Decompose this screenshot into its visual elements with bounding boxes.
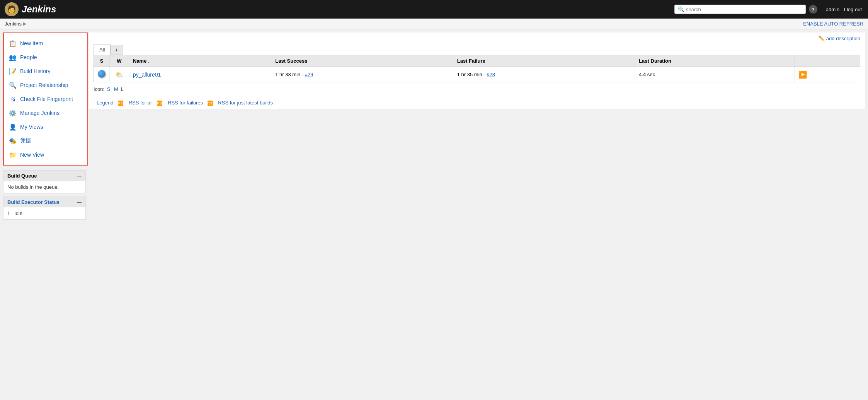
icon-size-s[interactable]: S [107,86,111,92]
help-icon[interactable]: ? [809,5,817,14]
search-area: 🔍 ? admin I log out [674,5,863,14]
rss-all-link[interactable]: RSS for all [129,100,153,106]
build-queue-content: No builds in the queue. [3,181,85,193]
new-item-icon: 📋 [9,39,17,48]
col-header-last-duration: Last Duration [635,55,795,67]
search-box: 🔍 [674,5,806,14]
sidebar-item-check-file-fingerprint[interactable]: 🖨Check File Fingerprint [4,92,87,106]
sidebar-item-manage-jenkins[interactable]: ⚙️Manage Jenkins [4,106,87,120]
col-header-s: S [94,55,110,67]
user-profile-link[interactable]: admin [826,7,839,12]
sidebar-label-my-views: My Views [20,124,43,130]
sidebar-item-new-view[interactable]: 📁New View [4,148,87,162]
row-status [94,67,110,82]
sidebar-label-new-view: New View [20,152,44,158]
my-views-icon: 👤 [9,123,17,131]
breadcrumb-arrow: ▶ [23,21,26,26]
rss-all-icon: RSS [118,101,123,106]
col-header-last-success: Last Success [271,55,453,67]
row-name: py_allure01 [129,67,271,82]
rss-latest-link[interactable]: RSS for just latest builds [218,100,273,106]
legend-link[interactable]: Legend [97,100,113,106]
check-file-fingerprint-icon: 🖨 [9,95,17,103]
status-ball-blue [98,70,106,78]
build-queue-panel: Build Queue — No builds in the queue. [3,170,86,193]
sidebar-item-project-relationship[interactable]: 🔍Project Relationship [4,78,87,92]
last-success-build-link[interactable]: #29 [305,72,313,77]
sidebar-label-people: People [20,54,37,60]
breadcrumb-jenkins[interactable]: Jenkins [5,21,22,27]
sidebar-item-credentials[interactable]: 🎭凭据 [4,134,87,148]
sidebar: 📋New Item👥People📝Build History🔍Project R… [3,32,88,166]
row-last-success: 1 hr 33 min - #29 [271,67,453,82]
breadcrumb-left: Jenkins ▶ [5,21,26,27]
build-executor-content: 1 Idle [3,207,85,219]
footer-links: Legend RSS RSS for all RSS RSS for failu… [94,100,860,106]
add-description-label: add description [826,36,860,41]
build-queue-title: Build Queue [7,173,37,179]
projects-table: S W Name ↓ Last Success Last Failure Las… [94,55,860,82]
executor-number: 1 [7,210,10,216]
row-last-failure: 1 hr 35 min - #28 [453,67,635,82]
logout-link[interactable]: I log out [844,7,862,12]
sidebar-label-new-item: New Item [20,40,43,46]
sidebar-label-credentials: 凭据 [20,137,31,144]
add-description-link[interactable]: ✏️ add description [819,36,860,41]
col-header-actions [795,55,860,67]
executor-status: Idle [14,210,22,216]
sidebar-item-build-history[interactable]: 📝Build History [4,64,87,78]
sidebar-label-project-relationship: Project Relationship [20,82,68,88]
table-row: ⛅ py_allure01 1 hr 33 min - #29 1 hr 35 … [94,67,860,82]
sidebar-item-new-item[interactable]: 📋New Item [4,36,87,50]
search-icon: 🔍 [678,6,684,12]
sidebar-label-build-history: Build History [20,68,51,74]
col-header-name[interactable]: Name ↓ [129,55,271,67]
user-links: admin I log out [824,7,863,12]
header: 🧑 Jenkins 🔍 ? admin I log out [0,0,868,19]
table-header-row: S W Name ↓ Last Success Last Failure Las… [94,55,860,67]
build-queue-collapse[interactable]: — [77,174,82,178]
build-executor-header: Build Executor Status — [3,197,85,207]
project-name-link[interactable]: py_allure01 [133,72,161,78]
content-area: ✏️ add description All + S W Name ↓ [89,32,865,109]
col-header-w: W [110,55,129,67]
icon-legend-prefix: Icon: [94,86,104,92]
row-weather: ⛅ [110,67,129,82]
row-last-duration: 4.4 sec [635,67,795,82]
rss-latest-icon: RSS [208,101,213,106]
search-input[interactable] [686,7,802,12]
add-description-area: ✏️ add description [94,36,860,41]
tab-add[interactable]: + [111,45,122,55]
icon-legend: Icon: S M L [94,86,860,92]
col-header-last-failure: Last Failure [453,55,635,67]
main-layout: 📋New Item👥People📝Build History🔍Project R… [0,29,868,398]
schedule-build-icon[interactable]: ▶️ [798,71,807,79]
jenkins-avatar: 🧑 [5,2,19,16]
breadcrumb: Jenkins ▶ ENABLE AUTO REFRESH [0,19,868,29]
tab-all[interactable]: All [94,44,111,55]
sidebar-item-my-views[interactable]: 👤My Views [4,120,87,134]
project-relationship-icon: 🔍 [9,81,17,89]
last-failure-build-link[interactable]: #28 [487,72,495,77]
jenkins-logo[interactable]: 🧑 Jenkins [5,2,56,16]
build-queue-empty: No builds in the queue. [7,184,59,190]
build-history-icon: 📝 [9,67,17,75]
sidebar-label-manage-jenkins: Manage Jenkins [20,110,60,116]
build-executor-collapse[interactable]: — [77,200,82,205]
rss-failures-link[interactable]: RSS for failures [168,100,203,106]
view-tabs: All + [94,44,860,55]
build-queue-header: Build Queue — [3,171,85,181]
edit-icon: ✏️ [819,36,825,41]
sidebar-label-check-file-fingerprint: Check File Fingerprint [20,96,73,102]
sidebar-item-people[interactable]: 👥People [4,50,87,64]
auto-refresh-link[interactable]: ENABLE AUTO REFRESH [803,21,863,27]
new-view-icon: 📁 [9,150,17,159]
rss-failures-icon: RSS [157,101,162,106]
build-executor-title[interactable]: Build Executor Status [7,199,60,205]
name-sort-icon: ↓ [148,59,150,63]
icon-size-l: L [121,86,124,92]
people-icon: 👥 [9,53,17,62]
weather-icon: ⛅ [115,71,124,79]
icon-size-m[interactable]: M [114,86,118,92]
manage-jenkins-icon: ⚙️ [9,109,17,117]
